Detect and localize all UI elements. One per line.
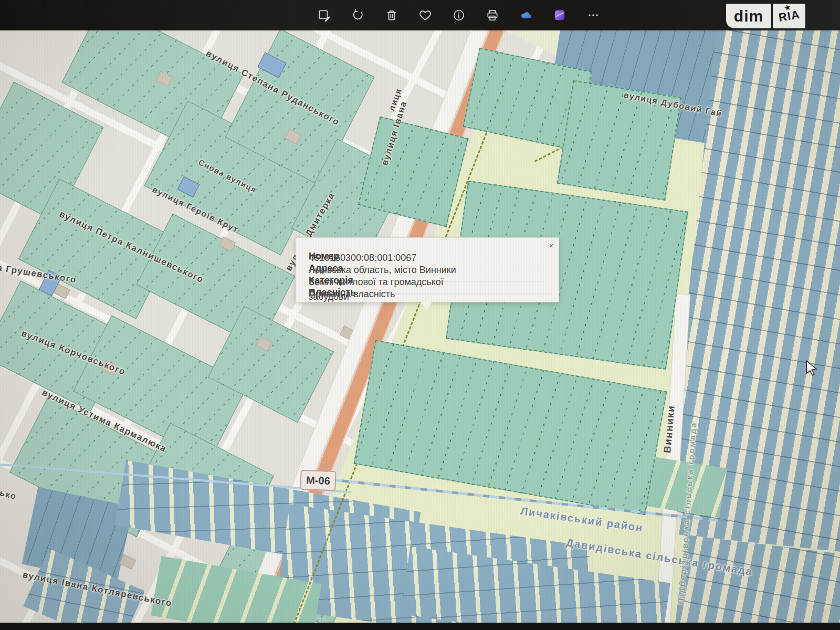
rotate-icon[interactable] [351,8,365,23]
favorite-heart-icon[interactable] [418,8,433,23]
parcel-ownership-value: Приватна власність [309,287,395,302]
clipchamp-icon[interactable] [552,8,567,23]
screen-bottom-bezel [0,623,840,630]
cadastral-map[interactable]: вулиця Степана Руданського вулиця Івана … [0,30,840,623]
print-icon[interactable] [485,8,500,23]
photo-viewer-toolbar [317,5,601,26]
road-number-badge: М-06 [300,470,336,491]
popup-row: Номер 4610160300:08:001:0067 [309,245,549,257]
close-icon[interactable]: × [549,242,553,249]
onedrive-cloud-icon[interactable] [519,8,533,23]
parcel-info-popup: × Номер 4610160300:08:001:0067 Адреса Ль… [296,237,559,302]
popup-row: Категорія Землі житлової та громадської … [309,269,549,281]
info-icon[interactable] [452,8,466,23]
watermark-ria: ★ RIA [773,4,805,28]
more-ellipsis-icon[interactable] [586,8,601,23]
dim-ria-watermark: dim ★ RIA [726,4,805,28]
watermark-ria-text: RIA [778,7,801,24]
watermark-dim: dim [726,4,771,28]
photographed-screen: вулиця Степана Руданського вулиця Івана … [0,0,840,630]
popup-row: Власність Приватна власність [309,281,549,293]
popup-row: Адреса Львівська область, місто Винники [309,257,549,269]
delete-icon[interactable] [384,8,399,23]
popup-pointer-tail [419,301,433,310]
edit-image-icon[interactable] [317,8,332,23]
